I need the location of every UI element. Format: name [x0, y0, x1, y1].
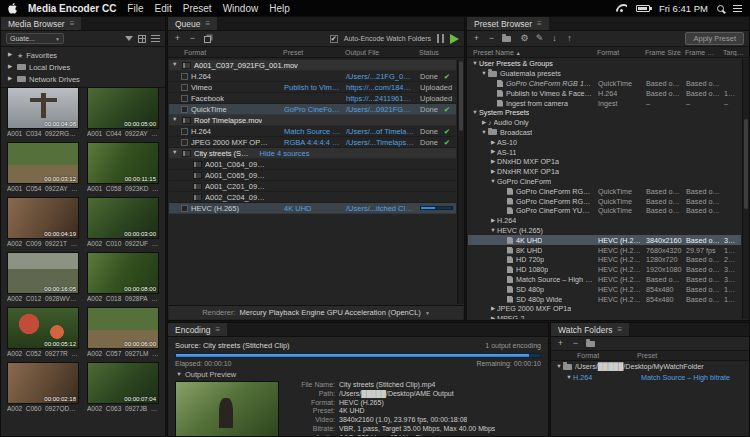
disclosure-icon[interactable]: [489, 140, 497, 146]
panel-menu-icon[interactable]: ≡: [617, 326, 622, 334]
menu-clock[interactable]: Fri 6:41 PM: [659, 3, 708, 14]
disclosure-icon[interactable]: [480, 120, 488, 126]
browse-folder-icon[interactable]: [586, 341, 595, 347]
tree-item[interactable]: Network Drives: [1, 73, 165, 85]
remove-source-icon[interactable]: [188, 34, 197, 43]
queue-row[interactable]: QuickTime GoPro CineForm RGB 12-bit with…: [169, 104, 456, 115]
preset-row[interactable]: Publish to Vimeo & Facebook H.264 Based …: [468, 88, 741, 98]
preset-scrollbar[interactable]: [742, 59, 749, 319]
disclosure-icon[interactable]: [471, 110, 479, 116]
panel-menu-icon[interactable]: ≡: [215, 326, 220, 334]
media-clip[interactable]: 00:00:02:18 A002_C060_0927QD_001: [7, 362, 79, 412]
disclosure-icon[interactable]: [172, 62, 179, 68]
disclosure-icon[interactable]: [172, 117, 179, 123]
renderer-select[interactable]: Mercury Playback Engine GPU Acceleration…: [240, 308, 421, 317]
col-format[interactable]: Format: [551, 352, 637, 359]
watch-folder-output-row[interactable]: H.264 Match Source – High bitrate: [551, 372, 749, 383]
preset-row[interactable]: HEVC (H.265): [468, 226, 741, 236]
media-clip[interactable]: 00:00:08:00 A002_C018_0928PA_001: [87, 252, 159, 302]
disclosure-icon[interactable]: [489, 218, 497, 224]
new-group-icon[interactable]: [502, 36, 511, 42]
tree-item[interactable]: Local Drives: [1, 61, 165, 73]
output-checkbox[interactable]: [181, 139, 188, 146]
clip-thumbnail[interactable]: 00:00:06:00: [87, 307, 159, 349]
add-watch-folder-icon[interactable]: [556, 339, 565, 348]
duplicate-icon[interactable]: [204, 36, 211, 43]
preset-row[interactable]: MPEG-2: [468, 314, 741, 319]
output-checkbox[interactable]: [181, 84, 188, 91]
preset-link[interactable]: 4K UHD: [281, 204, 343, 213]
tab-media-browser[interactable]: Media Browser ≡: [1, 17, 81, 30]
output-file-link[interactable]: /Users/...Timelapse_1.mxf: [343, 138, 417, 147]
media-clip[interactable]: 00:00:07:04 A002_C063_0927JB_001: [87, 362, 159, 412]
col-target-rate[interactable]: Target Rate: [721, 49, 749, 56]
preset-row[interactable]: AS-10: [468, 137, 741, 147]
preset-settings-icon[interactable]: [520, 34, 529, 43]
output-file-link[interactable]: /Users/...0921FG_001.mov: [343, 105, 417, 114]
menu-preset[interactable]: Preset: [183, 3, 212, 14]
menu-edit[interactable]: Edit: [154, 3, 171, 14]
col-output-file[interactable]: Output File: [342, 49, 416, 56]
col-frame-rate[interactable]: Frame Rate: [683, 49, 721, 56]
tab-queue[interactable]: Queue ≡: [168, 17, 217, 30]
preset-row[interactable]: GoPro CineForm YUV 10-bit QuickTime Base…: [468, 206, 741, 216]
disclosure-icon[interactable]: [172, 150, 179, 156]
watch-folder-row[interactable]: /Users/█████/Desktop/MyWatchFolder: [551, 361, 749, 372]
clip-thumbnail[interactable]: 00:00:08:00: [87, 252, 159, 294]
queue-row[interactable]: H.264 Match Source – High bitrate /Users…: [169, 126, 456, 137]
disclosure-icon[interactable]: [175, 372, 183, 378]
scrollbar-thumb[interactable]: [744, 119, 748, 209]
col-preset-name[interactable]: Preset Name ▲: [467, 49, 595, 56]
queue-row[interactable]: A001_C201_0923NJ_001 ✔: [169, 181, 456, 192]
preset-row[interactable]: HD 720p HEVC (H.265) 1280x720 Based on s…: [468, 255, 741, 265]
queue-row[interactable]: JPEG 2000 MXF OP1a RGBA 4:4:4:4 12-bit (…: [169, 137, 456, 148]
clip-thumbnail[interactable]: 00:00:03:12: [7, 142, 79, 184]
menu-file[interactable]: File: [127, 3, 143, 14]
preset-row[interactable]: GoPro CineForm RGB 12-bit with alpha (Al…: [468, 79, 741, 89]
filter-funnel-icon[interactable]: [125, 36, 133, 41]
menu-help[interactable]: Help: [269, 3, 290, 14]
col-format[interactable]: Format: [168, 49, 280, 56]
preset-row[interactable]: Broadcast: [468, 128, 741, 138]
preset-row[interactable]: SD 480p HEVC (H.265) 854x480 Based on so…: [468, 284, 741, 294]
preset-row[interactable]: 4K UHD HEVC (H.265) 3840x2160 Based on s…: [468, 235, 741, 245]
queue-row[interactable]: A001_C037_0921FG_001.mov ✔: [169, 60, 456, 71]
clip-thumbnail[interactable]: 00:00:11:15: [87, 142, 159, 184]
add-source-icon[interactable]: [173, 34, 182, 43]
media-clip[interactable]: 00:00:03:12 A001_C054_0922AY_001: [7, 142, 79, 192]
preset-link[interactable]: GoPro CineForm RGB 12-bit with alpha: [281, 105, 343, 114]
preset-row[interactable]: JPEG 2000 MXF OP1a: [468, 304, 741, 314]
preset-link[interactable]: Publish to Vimeo & Facebook: [281, 83, 343, 92]
apple-icon[interactable]: [8, 3, 17, 14]
disclosure-icon[interactable]: [6, 52, 14, 58]
panel-menu-icon[interactable]: ≡: [537, 20, 542, 28]
scrollbar-thumb[interactable]: [459, 61, 463, 131]
preset-row[interactable]: GoPro CineForm RGB 12-bit with alpha Qui…: [468, 186, 741, 196]
col-status[interactable]: Status: [416, 49, 464, 56]
output-checkbox[interactable]: [181, 73, 188, 80]
panel-menu-icon[interactable]: ≡: [70, 20, 75, 28]
col-frame-size[interactable]: Frame Size: [643, 49, 683, 56]
disclosure-icon[interactable]: [471, 61, 479, 67]
output-file-link[interactable]: /Users/...of Timelapse.mp4: [343, 127, 417, 136]
battery-icon[interactable]: [636, 5, 650, 12]
media-clip[interactable]: 00:00:04:19 A002_C009_09221T_001: [7, 197, 79, 247]
disclosure-icon[interactable]: [489, 159, 497, 165]
preset-row[interactable]: GoPro CineForm RGB 12-bit with alpha at …: [468, 196, 741, 206]
tab-preset-browser[interactable]: Preset Browser ≡: [467, 17, 549, 30]
notification-center-icon[interactable]: [733, 5, 742, 12]
export-preset-icon[interactable]: [565, 34, 574, 43]
menu-window[interactable]: Window: [223, 3, 259, 14]
media-clip[interactable]: 00:00:11:15 A001_C058_0923KD_001: [87, 142, 159, 192]
clip-thumbnail[interactable]: 00:00:05:12: [7, 307, 79, 349]
watch-output-preset[interactable]: Match Source – High bitrate: [641, 373, 745, 382]
start-queue-button[interactable]: [450, 34, 459, 44]
disclosure-icon[interactable]: [565, 375, 573, 381]
disclosure-icon[interactable]: [489, 228, 497, 234]
tab-encoding[interactable]: Encoding ≡: [168, 323, 227, 336]
col-preset[interactable]: Preset: [637, 352, 749, 359]
disclosure-icon[interactable]: [489, 179, 497, 185]
queue-row[interactable]: A001_C065_0922AV_001 ✔: [169, 170, 456, 181]
preset-row[interactable]: DNxHD MXF OP1a: [468, 157, 741, 167]
queue-row[interactable]: A001_C064_0922AY_001 ✔: [169, 159, 456, 170]
